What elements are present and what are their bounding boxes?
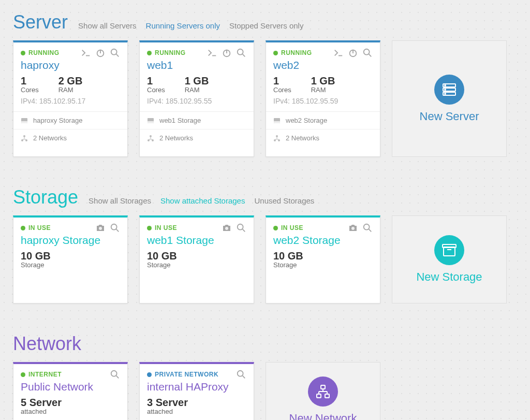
storage-name[interactable]: web2 Storage	[273, 234, 373, 247]
server-networks-row[interactable]: 2 Networks	[266, 129, 380, 147]
new-storage-button[interactable]: New Storage	[392, 215, 507, 303]
terminal-icon[interactable]	[81, 48, 91, 58]
storage-name[interactable]: web1 Storage	[147, 234, 246, 247]
server-filter-stopped[interactable]: Stopped Servers only	[229, 21, 303, 30]
terminal-icon[interactable]	[207, 48, 217, 58]
server-card[interactable]: RUNNING haproxy 1Cores 2 GBRAM IPv4: 185…	[13, 40, 128, 157]
snapshot-icon[interactable]	[348, 223, 358, 233]
storage-title: Storage	[13, 186, 78, 208]
network-icon	[273, 135, 281, 142]
status-badge: IN USE	[147, 224, 177, 231]
snapshot-icon[interactable]	[222, 223, 232, 233]
status-badge: PRIVATE NETWORK	[147, 371, 218, 378]
status-badge: RUNNING	[273, 49, 312, 56]
storage-section: Storage Show all Storages Show attached …	[13, 175, 517, 303]
search-icon[interactable]	[110, 48, 120, 58]
search-icon[interactable]	[236, 223, 246, 233]
server-section: Server Show all Servers Running Servers …	[13, 0, 517, 157]
storage-size: 10 GB	[147, 251, 177, 261]
network-count: 3 Server	[147, 397, 188, 408]
server-storage-row[interactable]: web2 Storage	[266, 111, 380, 129]
storage-name[interactable]: haproxy Storage	[21, 234, 120, 247]
status-badge: INTERNET	[21, 371, 62, 378]
server-storage-row[interactable]: web1 Storage	[140, 111, 254, 129]
storage-filter-attached[interactable]: Show attached Storages	[160, 196, 245, 205]
disk-icon	[147, 117, 154, 124]
network-card[interactable]: INTERNET Public Network 5 Serverattached	[13, 362, 128, 420]
server-filter-running[interactable]: Running Servers only	[146, 21, 220, 30]
network-section: Network INTERNET Public Network 5 Server…	[13, 322, 517, 420]
disk-icon	[273, 117, 281, 124]
server-ip: IPv4: 185.102.95.59	[273, 97, 373, 105]
search-icon[interactable]	[236, 369, 246, 380]
server-ip: IPv4: 185.102.95.17	[21, 97, 120, 105]
status-badge: RUNNING	[147, 49, 186, 56]
cores-value: 1	[273, 76, 291, 86]
new-network-button[interactable]: New Network	[266, 362, 380, 420]
network-icon	[147, 135, 154, 142]
server-networks-row[interactable]: 2 Networks	[140, 129, 254, 147]
storage-card[interactable]: IN USE haproxy Storage 10 GBStorage	[13, 215, 128, 303]
network-count: 5 Server	[21, 397, 62, 408]
power-icon[interactable]	[348, 48, 358, 58]
ram-value: 2 GB	[58, 76, 83, 86]
ram-value: 1 GB	[185, 76, 209, 86]
server-card[interactable]: RUNNING web2 1Cores 1 GBRAM IPv4: 185.10…	[266, 40, 380, 157]
power-icon[interactable]	[95, 48, 106, 58]
disk-icon	[21, 117, 28, 124]
cores-value: 1	[147, 76, 165, 86]
server-ip: IPv4: 185.102.95.55	[147, 97, 246, 105]
storage-filter-all[interactable]: Show all Storages	[89, 196, 151, 205]
ram-value: 1 GB	[311, 76, 335, 86]
cores-value: 1	[21, 76, 39, 86]
server-filter-all[interactable]: Show all Servers	[78, 21, 137, 30]
network-icon	[21, 135, 28, 142]
storage-icon	[434, 235, 464, 265]
server-name[interactable]: web1	[147, 59, 246, 71]
power-icon[interactable]	[222, 48, 232, 58]
snapshot-icon[interactable]	[95, 223, 106, 233]
server-icon	[434, 75, 464, 105]
server-title: Server	[13, 11, 68, 33]
network-title: Network	[13, 333, 81, 355]
server-filters: Show all Servers Running Servers only St…	[78, 21, 303, 30]
search-icon[interactable]	[362, 48, 373, 58]
server-name[interactable]: haproxy	[21, 59, 120, 71]
network-tree-icon	[308, 376, 338, 407]
new-server-button[interactable]: New Server	[392, 40, 507, 157]
server-storage-row[interactable]: haproxy Storage	[13, 111, 127, 129]
server-name[interactable]: web2	[273, 59, 373, 71]
server-card[interactable]: RUNNING web1 1Cores 1 GBRAM IPv4: 185.10…	[139, 40, 254, 157]
status-badge: IN USE	[273, 224, 303, 231]
storage-size: 10 GB	[21, 251, 51, 261]
search-icon[interactable]	[362, 223, 373, 233]
status-badge: IN USE	[21, 224, 51, 231]
server-networks-row[interactable]: 2 Networks	[13, 129, 127, 147]
storage-size: 10 GB	[273, 251, 303, 261]
storage-card[interactable]: IN USE web2 Storage 10 GBStorage	[266, 215, 380, 303]
network-card[interactable]: PRIVATE NETWORK internal HAProxy 3 Serve…	[139, 362, 254, 420]
storage-card[interactable]: IN USE web1 Storage 10 GBStorage	[139, 215, 254, 303]
storage-filter-unused[interactable]: Unused Storages	[254, 196, 314, 205]
search-icon[interactable]	[236, 48, 246, 58]
terminal-icon[interactable]	[333, 48, 344, 58]
status-badge: RUNNING	[21, 49, 60, 56]
storage-filters: Show all Storages Show attached Storages…	[89, 196, 314, 205]
search-icon[interactable]	[110, 369, 120, 380]
network-name[interactable]: internal HAProxy	[147, 381, 246, 393]
search-icon[interactable]	[110, 223, 120, 233]
network-name[interactable]: Public Network	[21, 381, 120, 393]
